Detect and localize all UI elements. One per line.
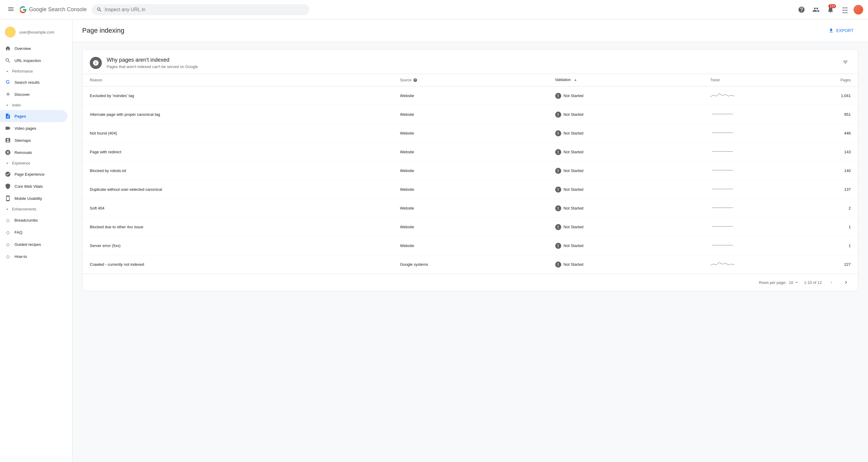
menu-icon[interactable] xyxy=(5,3,17,16)
validation-status: Not Started xyxy=(564,112,584,117)
sidebar-user: user@example.com xyxy=(0,24,72,42)
card-header-actions xyxy=(840,57,851,68)
notifications-button[interactable]: 113 xyxy=(825,4,837,16)
sidebar-item-breadcrumbs[interactable]: ◇ Breadcrumbs xyxy=(0,214,67,226)
not-started-icon: ! xyxy=(555,149,561,155)
export-button[interactable]: EXPORT xyxy=(824,25,858,36)
export-icon xyxy=(829,28,834,33)
how-to-icon: ◇ xyxy=(5,253,11,259)
pages-icon xyxy=(5,113,11,119)
sidebar-label-how-to: How-to xyxy=(14,254,27,259)
sidebar-label-removals: Removals xyxy=(14,150,32,155)
search-sidebar-icon xyxy=(5,57,11,63)
notification-count: 113 xyxy=(829,4,836,8)
sidebar-item-guided-recipes[interactable]: ◇ Guided recipes xyxy=(0,238,67,250)
sidebar-section-experience[interactable]: Experience xyxy=(0,158,72,168)
cell-pages: 951 xyxy=(796,105,858,124)
card-title: Why pages aren't indexed xyxy=(107,57,835,63)
sidebar-item-search-results[interactable]: G Search results xyxy=(0,76,67,88)
search-bar[interactable] xyxy=(92,4,309,15)
table-row[interactable]: Duplicate without user-selected canonica… xyxy=(83,180,858,199)
sidebar-label-page-experience: Page Experience xyxy=(14,172,44,177)
topbar: Google Search Console 113 xyxy=(0,0,868,19)
cell-trend xyxy=(703,199,796,218)
sidebar-item-video-pages[interactable]: Video pages xyxy=(0,122,67,134)
not-started-icon: ! xyxy=(555,112,561,118)
account-management-button[interactable] xyxy=(810,4,822,16)
col-header-validation[interactable]: Validation xyxy=(548,74,703,87)
prev-page-icon xyxy=(829,279,834,285)
cell-trend xyxy=(703,105,796,124)
col-header-trend: Trend xyxy=(703,74,796,87)
cell-validation: ! Not Started xyxy=(548,161,703,180)
apps-button[interactable] xyxy=(839,4,851,16)
cell-trend xyxy=(703,180,796,199)
table-row[interactable]: Not found (404) Website ! Not Started 44… xyxy=(83,124,858,143)
cell-reason: Server error (5xx) xyxy=(83,237,393,255)
sidebar-item-page-experience[interactable]: Page Experience xyxy=(0,168,67,180)
sidebar-section-performance[interactable]: Performance xyxy=(0,66,72,76)
table-row[interactable]: Server error (5xx) Website ! Not Started… xyxy=(83,237,858,255)
avatar[interactable] xyxy=(854,5,863,14)
sidebar-section-index[interactable]: Index xyxy=(0,100,72,110)
rows-per-page: Rows per page: 10 xyxy=(759,280,799,285)
cell-source: Website xyxy=(393,180,548,199)
main-content: Page indexing EXPORT Why pages aren' xyxy=(72,19,868,462)
sidebar-item-core-web-vitals[interactable]: Core Web Vitals xyxy=(0,180,67,192)
sidebar-item-removals[interactable]: Removals xyxy=(0,146,67,158)
g-logo-icon: G xyxy=(5,79,11,85)
cell-source: Website xyxy=(393,237,548,255)
indexing-card: Why pages aren't indexed Pages that aren… xyxy=(82,49,858,291)
sidebar-label-search-results: Search results xyxy=(14,80,39,85)
rows-select-chevron-icon xyxy=(794,280,799,285)
prev-page-button[interactable] xyxy=(827,278,836,287)
card-info-icon xyxy=(90,57,102,69)
cell-source: Google systems xyxy=(393,255,548,274)
trend-wave-icon xyxy=(710,259,735,269)
sidebar-section-enhancements[interactable]: Enhancements xyxy=(0,205,72,214)
trend-flat-icon xyxy=(710,203,735,212)
cell-trend xyxy=(703,255,796,274)
sidebar-item-faq[interactable]: ◇ FAQ xyxy=(0,226,67,238)
topbar-actions: 113 xyxy=(796,4,863,16)
sidebar-item-url-inspection[interactable]: URL inspection xyxy=(0,55,67,66)
sidebar-item-pages[interactable]: Pages xyxy=(0,110,67,122)
next-page-button[interactable] xyxy=(841,278,851,287)
table-row[interactable]: Blocked by robots.txt Website ! Not Star… xyxy=(83,161,858,180)
table-row[interactable]: Soft 404 Website ! Not Started 2 xyxy=(83,199,858,218)
help-button[interactable] xyxy=(796,4,808,16)
table-row[interactable]: Alternate page with proper canonical tag… xyxy=(83,105,858,124)
indexing-table: Reason Source Validation xyxy=(83,74,858,274)
rows-per-page-select[interactable]: 10 xyxy=(789,280,799,285)
filter-button[interactable] xyxy=(840,57,851,68)
cell-reason: Crawled - currently not indexed xyxy=(83,255,393,274)
cell-reason: Duplicate without user-selected canonica… xyxy=(83,180,393,199)
chevron-down-experience-icon xyxy=(5,161,10,166)
chevron-down-icon xyxy=(5,69,10,74)
cell-pages: 227 xyxy=(796,255,858,274)
home-icon xyxy=(5,45,11,52)
table-row[interactable]: Excluded by 'noindex' tag Website ! Not … xyxy=(83,87,858,105)
trend-flat-icon xyxy=(710,110,735,119)
table-row[interactable]: Blocked due to other 4xx issue Website !… xyxy=(83,218,858,237)
sidebar-item-sitemaps[interactable]: Sitemaps xyxy=(0,134,67,146)
validation-status: Not Started xyxy=(564,225,584,229)
sidebar-item-overview[interactable]: Overview xyxy=(0,42,67,55)
sidebar-label-sitemaps: Sitemaps xyxy=(14,138,31,143)
mobile-icon xyxy=(5,195,11,202)
trend-flat-icon xyxy=(710,128,735,137)
sidebar-section-enhancements-label: Enhancements xyxy=(12,207,36,211)
cell-reason: Blocked due to other 4xx issue xyxy=(83,218,393,237)
table-row[interactable]: Page with redirect Website ! Not Started… xyxy=(83,143,858,161)
table-row[interactable]: Crawled - currently not indexed Google s… xyxy=(83,255,858,274)
sidebar-item-mobile-usability[interactable]: Mobile Usability xyxy=(0,192,67,205)
search-input[interactable] xyxy=(104,7,304,12)
trend-flat-icon xyxy=(710,241,735,250)
cell-trend xyxy=(703,237,796,255)
sidebar-item-discover[interactable]: ✳ Discover xyxy=(0,88,67,100)
not-started-icon: ! xyxy=(555,168,561,174)
cell-trend xyxy=(703,218,796,237)
sidebar-item-how-to[interactable]: ◇ How-to xyxy=(0,250,67,263)
cell-validation: ! Not Started xyxy=(548,255,703,274)
source-help-icon[interactable] xyxy=(413,78,417,82)
